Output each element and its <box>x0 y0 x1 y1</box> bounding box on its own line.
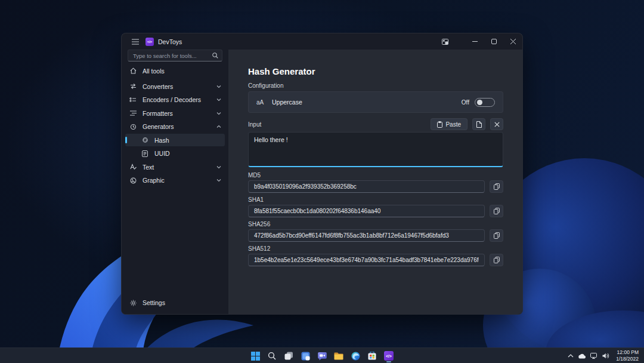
system-tray: 12:00 PM 1/18/2022 <box>568 348 641 363</box>
hash-row <box>248 180 503 193</box>
converters-icon <box>129 83 137 90</box>
search-input[interactable] <box>128 53 224 59</box>
input-label: Input <box>248 121 431 128</box>
hash-icon <box>141 137 149 143</box>
copy-sha512-button[interactable] <box>490 254 503 266</box>
network-icon[interactable] <box>590 353 598 359</box>
sidebar-item-label: Graphic <box>143 177 211 184</box>
hash-result-group: SHA1 <box>248 196 503 217</box>
task-view-icon <box>284 352 293 360</box>
page-title: Hash Generator <box>248 66 503 76</box>
input-textarea[interactable]: Hello there ! <box>248 132 503 167</box>
chevron-down-icon <box>216 179 221 182</box>
sidebar-item-uuid[interactable]: UUID <box>125 147 225 160</box>
devtoys-logo-icon: </> <box>145 38 154 46</box>
task-view-button[interactable] <box>281 349 296 363</box>
copy-icon <box>494 208 500 214</box>
copy-sha256-button[interactable] <box>490 229 503 242</box>
load-file-button[interactable] <box>472 118 485 130</box>
taskbar-clock[interactable]: 12:00 PM 1/18/2022 <box>614 349 641 362</box>
file-explorer-button[interactable] <box>332 349 346 363</box>
paste-button-label: Paste <box>445 121 461 128</box>
search-icon <box>268 352 276 360</box>
uppercase-icon: aA <box>256 99 272 106</box>
store-button[interactable] <box>365 349 379 363</box>
taskbar-center-icons: </> <box>248 348 396 363</box>
clipboard-icon <box>437 121 442 128</box>
hash-algorithm-label: SHA256 <box>248 221 503 227</box>
sidebar-item-label: Encoders / Decoders <box>143 96 211 103</box>
md5-output-field[interactable] <box>248 180 485 193</box>
sidebar-item-label: All tools <box>143 67 221 75</box>
desktop: </> DevToys <box>0 0 644 363</box>
sidebar-item-text[interactable]: Text <box>125 161 225 173</box>
close-icon <box>494 122 500 127</box>
minimize-button[interactable] <box>465 33 484 50</box>
start-button[interactable] <box>248 349 262 363</box>
microsoft-store-icon <box>368 352 376 360</box>
sidebar-item-hash[interactable]: Hash <box>125 134 225 146</box>
taskbar-search-button[interactable] <box>265 349 279 363</box>
chevron-up-icon <box>216 125 221 128</box>
devtoys-taskbar-button[interactable]: </> <box>382 349 396 363</box>
chat-button[interactable] <box>315 349 329 363</box>
hash-result-group: SHA256 <box>248 221 503 242</box>
active-app-indicator <box>386 361 391 362</box>
clear-input-button[interactable] <box>490 118 503 130</box>
copy-icon <box>494 257 500 263</box>
settings-label: Settings <box>143 299 221 306</box>
hash-result-group: MD5 <box>248 172 503 193</box>
compact-overlay-button[interactable] <box>435 33 454 50</box>
teams-chat-icon <box>318 352 327 361</box>
window-title: DevToys <box>158 38 182 45</box>
uppercase-toggle[interactable] <box>475 98 495 107</box>
sidebar-item-label: Text <box>143 164 211 171</box>
windows-start-icon <box>251 352 260 361</box>
text-icon <box>129 164 137 170</box>
widgets-icon <box>301 352 310 361</box>
search-icon[interactable] <box>212 53 218 59</box>
sidebar-item-encoders-decoders[interactable]: Encoders / Decoders <box>125 94 225 106</box>
chevron-up-icon[interactable] <box>568 354 574 358</box>
uppercase-label: Uppercase <box>272 99 462 106</box>
copy-sha1-button[interactable] <box>490 205 503 217</box>
close-icon <box>510 39 516 44</box>
hash-row <box>248 205 503 217</box>
taskbar: </> 12:00 PM 1/18/2022 <box>0 347 644 363</box>
sidebar-item-graphic[interactable]: Graphic <box>125 174 225 187</box>
toggle-knob <box>477 100 482 105</box>
copy-icon <box>494 232 500 239</box>
copy-md5-button[interactable] <box>490 180 503 193</box>
paste-button[interactable]: Paste <box>431 118 467 130</box>
sha512-output-field[interactable] <box>248 254 485 266</box>
hamburger-icon <box>132 39 139 45</box>
widgets-button[interactable] <box>298 349 312 363</box>
maximize-button[interactable] <box>484 33 503 50</box>
main-content: Hash Generator Configuration aA Uppercas… <box>228 50 522 314</box>
input-toolbar: Input Paste <box>248 118 503 130</box>
hamburger-menu-button[interactable] <box>128 33 143 50</box>
gear-icon <box>129 300 137 306</box>
sidebar-item-all-tools[interactable]: All tools <box>125 64 225 77</box>
tray-time: 12:00 PM <box>617 349 639 356</box>
graphic-icon <box>129 177 137 184</box>
formatters-icon <box>129 110 137 116</box>
sidebar-item-generators[interactable]: Generators <box>125 121 225 133</box>
sidebar-item-label: Formatters <box>143 110 211 117</box>
sha1-output-field[interactable] <box>248 205 485 217</box>
sidebar-nav: All tools Converters <box>122 64 228 187</box>
sidebar-item-label: Converters <box>143 83 211 90</box>
sidebar: All tools Converters <box>122 50 228 314</box>
speaker-icon[interactable] <box>602 353 609 359</box>
edge-button[interactable] <box>348 349 363 363</box>
edge-icon <box>351 352 360 361</box>
onedrive-cloud-icon[interactable] <box>578 353 586 359</box>
close-button[interactable] <box>503 33 522 50</box>
sidebar-item-settings[interactable]: Settings <box>125 297 225 309</box>
sha256-output-field[interactable] <box>248 229 485 242</box>
uppercase-setting-card: aA Uppercase Off <box>248 91 503 113</box>
sidebar-item-formatters[interactable]: Formatters <box>125 107 225 119</box>
sidebar-item-converters[interactable]: Converters <box>125 80 225 93</box>
file-explorer-icon <box>334 352 343 360</box>
chevron-down-icon <box>216 85 221 88</box>
